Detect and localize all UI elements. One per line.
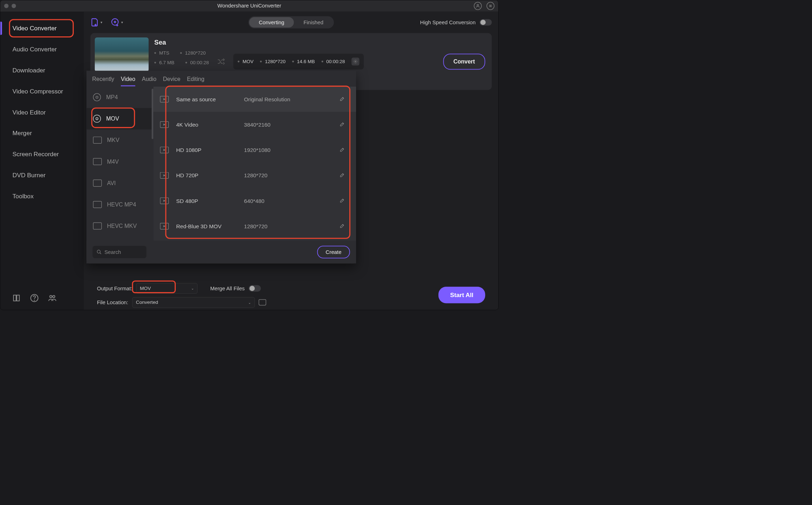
output-settings-pill[interactable]: MOV 1280*720 14.6 MB 00:00:28: [233, 53, 364, 69]
sidebar-item-video-editor[interactable]: Video Editor: [0, 102, 84, 123]
sidebar-item-toolbox[interactable]: Toolbox: [0, 186, 84, 207]
open-folder-icon[interactable]: [259, 299, 266, 305]
resolution-name: SD 480P: [176, 198, 244, 204]
edit-icon[interactable]: [339, 198, 346, 204]
search-placeholder: Search: [104, 249, 121, 255]
video-thumbnail[interactable]: [95, 37, 149, 72]
svg-point-11: [114, 21, 116, 23]
app-title: Wondershare UniConverter: [217, 3, 281, 9]
chevron-down-icon: ⌄: [248, 300, 251, 305]
tab-finished[interactable]: Finished: [294, 17, 333, 27]
sidebar: Video ConverterAudio ConverterDownloader…: [0, 12, 84, 310]
sidebar-item-screen-recorder[interactable]: Screen Recorder: [0, 144, 84, 165]
dst-resolution: 1280*720: [265, 59, 286, 65]
search-input[interactable]: Search: [93, 246, 147, 258]
minimize-window-icon[interactable]: [12, 4, 16, 8]
sidebar-item-video-converter[interactable]: Video Converter: [0, 18, 84, 39]
edit-icon[interactable]: [339, 121, 346, 128]
container-icon: [93, 201, 102, 208]
edit-icon[interactable]: [339, 172, 346, 179]
menu-icon[interactable]: [487, 2, 494, 10]
start-all-button[interactable]: Start All: [438, 287, 485, 303]
resolution-name: 4K Video: [176, 121, 244, 128]
dropdown-tab-audio[interactable]: Audio: [142, 76, 156, 86]
resolution-option[interactable]: SD 480P640*480: [153, 188, 356, 213]
format-option-hevc-mkv[interactable]: HEVC MKV: [87, 215, 154, 237]
format-option-hevc-mp4[interactable]: HEVC MP4: [87, 194, 154, 215]
svg-line-16: [100, 253, 101, 254]
create-button[interactable]: Create: [317, 246, 350, 259]
output-format-label: Output Format:: [97, 285, 132, 291]
resolution-option[interactable]: HD 1080P1920*1080: [153, 137, 356, 163]
video-icon: [160, 198, 169, 204]
resolution-value: 1280*720: [244, 172, 340, 179]
sidebar-item-downloader[interactable]: Downloader: [0, 60, 84, 81]
resolution-option[interactable]: HD 720P1280*720: [153, 163, 356, 188]
file-name: Sea: [154, 39, 209, 46]
src-resolution: 1280*720: [185, 50, 206, 56]
resolution-option[interactable]: 4K Video3840*2160: [153, 112, 356, 137]
account-icon[interactable]: [474, 2, 482, 10]
resolution-list: Same as sourceOriginal Resolution4K Vide…: [153, 87, 356, 241]
manual-icon[interactable]: [12, 294, 21, 302]
resolution-option[interactable]: Same as sourceOriginal Resolution: [153, 87, 356, 112]
disc-icon: [93, 93, 101, 101]
help-icon[interactable]: [30, 294, 39, 302]
resolution-option[interactable]: Red-Blue 3D MOV1280*720: [153, 214, 356, 239]
format-option-avi[interactable]: AVI: [87, 172, 154, 194]
video-icon: [160, 96, 169, 102]
edit-icon[interactable]: [339, 96, 346, 102]
dropdown-tab-device[interactable]: Device: [163, 76, 180, 86]
dropdown-tab-recently[interactable]: Recently: [92, 76, 114, 86]
close-window-icon[interactable]: [4, 4, 9, 8]
video-icon: [160, 223, 169, 229]
format-dropdown: RecentlyVideoAudioDeviceEditing MP4MOVMK…: [87, 71, 356, 263]
container-icon: [93, 137, 102, 144]
add-dvd-button[interactable]: ▾: [111, 18, 123, 27]
format-list: MP4MOVMKVM4VAVIHEVC MP4HEVC MKV: [87, 87, 154, 241]
sidebar-item-dvd-burner[interactable]: DVD Burner: [0, 165, 84, 186]
edit-icon[interactable]: [339, 147, 346, 153]
format-label: M4V: [107, 158, 119, 165]
sidebar-item-merger[interactable]: Merger: [0, 123, 84, 144]
high-speed-label: High Speed Conversion: [420, 19, 476, 25]
video-icon: [160, 147, 169, 153]
file-location-label: File Location:: [97, 299, 128, 305]
tab-converting[interactable]: Converting: [249, 17, 294, 27]
resolution-name: HD 720P: [176, 172, 244, 179]
edit-icon[interactable]: [339, 223, 346, 229]
format-option-mov[interactable]: MOV: [87, 108, 154, 129]
file-location-select[interactable]: Converted ⌄: [132, 297, 255, 307]
merge-label: Merge All Files: [210, 285, 245, 291]
output-format-select[interactable]: MOV ⌄: [136, 283, 197, 294]
dropdown-tab-video[interactable]: Video: [121, 76, 135, 86]
src-duration: 00:00:28: [190, 60, 209, 66]
resolution-value: Original Resolution: [244, 96, 340, 102]
convert-button[interactable]: Convert: [443, 53, 485, 70]
window-controls: [4, 4, 16, 8]
format-option-mkv[interactable]: MKV: [87, 129, 154, 151]
format-label: MOV: [106, 115, 119, 122]
video-icon: [160, 121, 169, 128]
dropdown-tab-editing[interactable]: Editing: [187, 76, 204, 86]
community-icon[interactable]: [48, 294, 57, 302]
format-option-m4v[interactable]: M4V: [87, 151, 154, 172]
format-option-mp4[interactable]: MP4: [87, 87, 154, 108]
format-label: HEVC MP4: [107, 201, 136, 208]
high-speed-toggle[interactable]: [479, 19, 492, 25]
titlebar: Wondershare UniConverter: [0, 0, 498, 12]
format-label: MKV: [107, 137, 119, 143]
shuffle-icon: [217, 57, 226, 66]
resolution-name: Red-Blue 3D MOV: [176, 223, 244, 229]
container-icon: [93, 223, 102, 230]
sidebar-item-video-compressor[interactable]: Video Compressor: [0, 81, 84, 102]
src-format: MTS: [159, 50, 169, 56]
chevron-down-icon: ⌄: [191, 286, 194, 291]
svg-point-5: [34, 300, 35, 300]
sidebar-item-audio-converter[interactable]: Audio Converter: [0, 39, 84, 60]
status-segment: ConvertingFinished: [248, 16, 334, 28]
merge-toggle[interactable]: [248, 285, 261, 291]
add-file-button[interactable]: ▾: [91, 18, 102, 27]
resolution-value: 1920*1080: [244, 147, 340, 153]
gear-icon[interactable]: [351, 57, 359, 65]
